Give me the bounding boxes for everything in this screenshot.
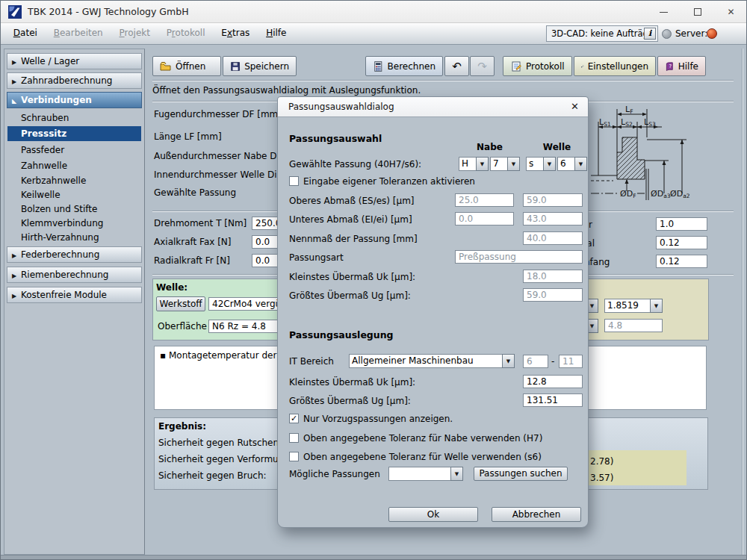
- calculator-icon: [373, 60, 384, 72]
- werkstoff-field[interactable]: 42CrMo4 vergütet: [208, 297, 282, 311]
- sidebar-item-passfeder[interactable]: Passfeder: [7, 143, 141, 158]
- cancel-button[interactable]: Abbrechen: [492, 507, 581, 522]
- sidebar-header-verbindungen[interactable]: ◣Verbindungen: [7, 92, 142, 108]
- redo-button[interactable]: ↷: [470, 56, 495, 76]
- minimize-button[interactable]: [647, 1, 681, 23]
- press-fit-drawing: LF LS1 LS2 LS3 ØDF ØDa3 ØDa2: [591, 103, 740, 210]
- floppy-disk-icon: [230, 60, 241, 72]
- section-passungsauswahl: Passungsauswahl: [289, 133, 382, 144]
- sidebar-header-zahnradberechnung[interactable]: ▶Zahnradberechnung: [7, 72, 142, 89]
- it-bereich-combo[interactable]: Allgemeiner Maschinenbau▼: [349, 354, 515, 368]
- info-button[interactable]: i: [644, 28, 656, 40]
- welle-letter-combo[interactable]: s▼: [526, 157, 556, 171]
- label-fragment-1: r: [589, 220, 592, 230]
- oberes-nabe-field: 25.0: [455, 193, 514, 207]
- sidebar-item-zahnwelle[interactable]: Zahnwelle: [7, 158, 141, 173]
- section-passungsauslegung: Passungsauslegung: [289, 329, 394, 340]
- eigene-toleranzen-label: Eingabe eigener Toleranzen aktivieren: [303, 176, 475, 187]
- toleranz-nabe-checkbox[interactable]: [289, 433, 299, 443]
- eigene-toleranzen-checkbox[interactable]: [289, 176, 299, 186]
- wrench-icon: [581, 60, 584, 72]
- sidebar-item-keilwelle[interactable]: Keilwelle: [7, 187, 141, 202]
- nabe-number-combo[interactable]: 7▼: [490, 157, 520, 171]
- nabe-field: 4.8: [604, 319, 663, 332]
- auslegung-ug-field[interactable]: 131.51: [523, 393, 583, 407]
- moegliche-passungen-combo[interactable]: ▼: [388, 467, 463, 481]
- fragment-field-3[interactable]: 0.12: [656, 255, 707, 268]
- menu-projekt: Projekt: [113, 23, 157, 43]
- dialog-close-button[interactable]: ✕: [571, 97, 579, 116]
- passungsart-field: Preßpassung: [455, 250, 583, 264]
- sidebar-item-hirth-verzahnung[interactable]: Hirth-Verzahnung: [7, 230, 141, 245]
- open-button[interactable]: Öffnen: [152, 56, 221, 76]
- menu-extras[interactable]: Extras: [214, 23, 256, 43]
- svg-text:ØDa2: ØDa2: [670, 189, 690, 199]
- maximize-icon: [694, 8, 701, 16]
- welle-number-combo[interactable]: 6▼: [557, 157, 587, 171]
- calculate-button[interactable]: Berechnen: [365, 56, 443, 76]
- undo-button[interactable]: ↶: [444, 56, 469, 76]
- label-laenge: Länge LF [mm]: [154, 131, 222, 142]
- sidebar-item-kerbzahnwelle[interactable]: Kerbzahnwelle: [7, 173, 141, 188]
- chevron-expanded-icon: ◣: [12, 94, 21, 109]
- nabe-combo-value[interactable]: 1.8519▼: [604, 299, 663, 313]
- toleranz-welle-label: Oben angegebene Toleranz für Welle verwe…: [303, 452, 542, 462]
- document-icon: [510, 60, 522, 72]
- it-dash: -: [551, 356, 554, 367]
- svg-text:LS2: LS2: [621, 117, 633, 128]
- nabe-letter-combo[interactable]: H▼: [459, 157, 489, 171]
- sidebar-item-schrauben[interactable]: Schrauben: [7, 111, 141, 125]
- server-led-icon: [707, 28, 717, 39]
- unteres-welle-field: 43.0: [523, 212, 583, 225]
- fragment-field-1[interactable]: 1.0: [656, 217, 707, 231]
- chevron-down-icon: ▼: [650, 299, 663, 313]
- passungen-suchen-button[interactable]: Passungen suchen: [474, 467, 568, 481]
- settings-button[interactable]: Einstellungen: [574, 56, 656, 76]
- vorzugspassungen-checkbox[interactable]: ✓: [289, 414, 299, 423]
- result-value-1: 2.78): [590, 456, 613, 467]
- open-folder-icon: [160, 60, 172, 72]
- protocol-button[interactable]: Protokoll: [503, 56, 572, 76]
- server-label: Server:: [675, 23, 707, 44]
- sidebar-header-riemenberechnung[interactable]: ▶Riemenberechnung: [7, 267, 142, 283]
- statusbar: [1, 555, 747, 560]
- toleranz-welle-checkbox[interactable]: [289, 452, 299, 461]
- save-button[interactable]: Speichern: [223, 56, 297, 76]
- label-aussendurchmesser: Außendurchmesser Nabe Da: [154, 151, 282, 161]
- sidebar-item-bolzen-stifte[interactable]: Bolzen und Stifte: [7, 202, 141, 217]
- maximize-button[interactable]: [681, 1, 714, 23]
- sidebar-header-welle-lager[interactable]: ▶Welle / Lager: [7, 53, 142, 69]
- label-drehmoment: Drehmoment T [Nm]: [154, 218, 247, 228]
- label-fugendurchmesser: Fugendurchmesser DF [mm]: [154, 109, 282, 119]
- ug-label: Größtes Übermaß Ug [µm]:: [289, 290, 411, 301]
- uk-field: 18.0: [523, 270, 583, 283]
- result-title: Ergebnis:: [158, 421, 206, 432]
- svg-text:LS1: LS1: [599, 117, 611, 128]
- label-axialkraft: Axialkraft Fax [N]: [154, 237, 232, 247]
- chevron-down-icon: ▼: [450, 467, 463, 481]
- sidebar-header-federberechnung[interactable]: ▶Federberechnung: [7, 246, 142, 263]
- chevron-down-icon: ▼: [543, 157, 556, 171]
- auslegung-uk-field[interactable]: 12.8: [523, 375, 583, 388]
- close-button[interactable]: ✕: [714, 1, 747, 23]
- uk-label: Kleinstes Übermaß Uk [µm]:: [289, 272, 415, 282]
- sidebar-item-klemmverbindung[interactable]: Klemmverbindung: [7, 216, 141, 231]
- dialog-titlebar[interactable]: Passungsauswahldialog ✕: [278, 97, 588, 117]
- chevron-down-icon: ▼: [507, 157, 520, 171]
- fragment-field-2[interactable]: 0.12: [656, 236, 707, 249]
- menu-datei[interactable]: Datei: [7, 23, 44, 43]
- column-nabe: Nabe: [459, 142, 521, 152]
- oberflaeche-field[interactable]: N6 Rz = 4.8: [208, 320, 282, 333]
- unteres-abmass-label: Unteres Abmaß (EI/ei) [µm]: [289, 214, 412, 225]
- menu-hilfe[interactable]: Hilfe: [259, 23, 293, 43]
- svg-text:?: ?: [669, 63, 672, 69]
- sidebar-item-presssitz[interactable]: Presssitz: [7, 126, 141, 141]
- right-groove: [742, 49, 743, 555]
- passungsart-label: Passungsart: [289, 252, 344, 263]
- ok-button[interactable]: Ok: [388, 507, 478, 522]
- column-welle: Welle: [526, 142, 588, 152]
- dialog-title: Passungsauswahldialog: [288, 97, 394, 116]
- help-button[interactable]: ? Hilfe: [657, 56, 706, 76]
- sidebar-header-kostenfreie-module[interactable]: ▶Kostenfreie Module: [7, 287, 142, 303]
- werkstoff-button[interactable]: Werkstoff: [156, 296, 205, 311]
